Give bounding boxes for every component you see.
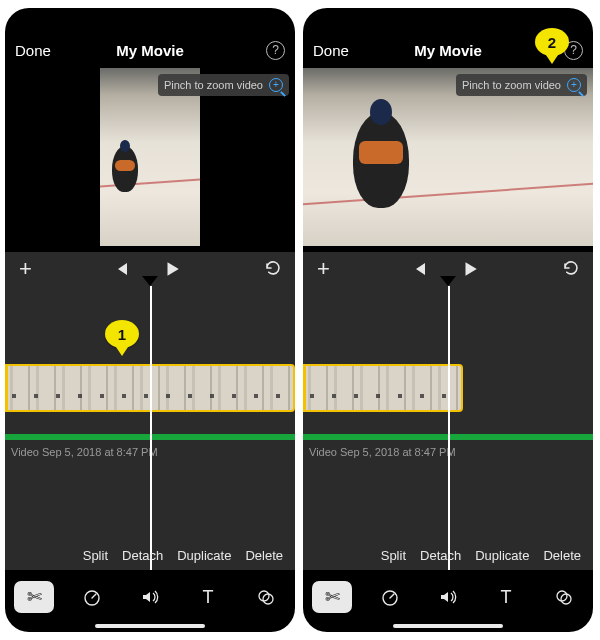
skip-to-start-button[interactable] <box>113 261 129 277</box>
split-button[interactable]: Split <box>83 548 108 563</box>
delete-button[interactable]: Delete <box>543 548 581 563</box>
phone-screenshot-right: Done My Movie ? Pinch to zoom video + <box>303 8 593 632</box>
titles-tool[interactable]: T <box>188 581 228 613</box>
pinch-hint-label: Pinch to zoom video <box>462 79 561 91</box>
done-button[interactable]: Done <box>313 42 349 59</box>
detach-button[interactable]: Detach <box>122 548 163 563</box>
filters-icon <box>554 587 574 607</box>
filters-icon <box>256 587 276 607</box>
skater-figure <box>112 146 138 192</box>
clip-metadata-label: Video Sep 5, 2018 at 8:47 PM <box>11 446 158 458</box>
magnifier-plus-icon <box>269 78 283 92</box>
undo-button[interactable] <box>561 260 579 278</box>
detach-button[interactable]: Detach <box>420 548 461 563</box>
home-indicator <box>393 624 503 628</box>
play-button[interactable] <box>461 260 479 278</box>
playhead[interactable] <box>448 286 450 570</box>
clip-metadata-label: Video Sep 5, 2018 at 8:47 PM <box>309 446 456 458</box>
clip-handle-left[interactable] <box>5 364 8 412</box>
speaker-icon <box>140 587 160 607</box>
pinch-zoom-hint[interactable]: Pinch to zoom video <box>158 74 289 96</box>
home-indicator <box>95 624 205 628</box>
play-button[interactable] <box>163 260 181 278</box>
clip-actions-row: Split Detach Duplicate Delete <box>303 540 593 570</box>
speaker-icon <box>438 587 458 607</box>
pinch-zoom-hint[interactable]: Pinch to zoom video <box>456 74 587 96</box>
annotation-callout-1: 1 <box>105 320 139 348</box>
magnifier-plus-icon <box>567 78 581 92</box>
volume-tool[interactable] <box>428 581 468 613</box>
undo-button[interactable] <box>263 260 281 278</box>
done-button[interactable]: Done <box>15 42 51 59</box>
duplicate-button[interactable]: Duplicate <box>177 548 231 563</box>
help-icon[interactable]: ? <box>266 41 285 60</box>
add-media-button[interactable]: + <box>317 256 330 282</box>
header-bar: Done My Movie ? <box>5 36 295 64</box>
scissors-tool[interactable]: ✄ <box>14 581 54 613</box>
playhead-notch-icon <box>142 276 158 286</box>
clip-handle-left[interactable] <box>303 364 306 412</box>
skip-to-start-button[interactable] <box>411 261 427 277</box>
bottom-toolbar: ✄ T <box>5 576 295 618</box>
pinch-hint-label: Pinch to zoom video <box>164 79 263 91</box>
speedometer-icon <box>380 587 400 607</box>
add-media-button[interactable]: + <box>19 256 32 282</box>
playhead[interactable] <box>150 286 152 570</box>
scissors-tool[interactable]: ✄ <box>312 581 352 613</box>
volume-tool[interactable] <box>130 581 170 613</box>
video-clip[interactable] <box>303 364 463 412</box>
bottom-toolbar: ✄ T <box>303 576 593 618</box>
split-button[interactable]: Split <box>381 548 406 563</box>
speed-tool[interactable] <box>72 581 112 613</box>
filters-tool[interactable] <box>246 581 286 613</box>
clip-actions-row: Split Detach Duplicate Delete <box>5 540 295 570</box>
duplicate-button[interactable]: Duplicate <box>475 548 529 563</box>
phone-screenshot-left: Done My Movie ? Pinch to zoom video + <box>5 8 295 632</box>
speed-tool[interactable] <box>370 581 410 613</box>
skater-figure <box>353 112 409 208</box>
annotation-callout-2: 2 <box>535 28 569 56</box>
speedometer-icon <box>82 587 102 607</box>
rink-line <box>303 178 593 208</box>
timeline[interactable]: Video Sep 5, 2018 at 8:47 PM Split Detac… <box>303 286 593 570</box>
playhead-notch-icon <box>440 276 456 286</box>
titles-tool[interactable]: T <box>486 581 526 613</box>
delete-button[interactable]: Delete <box>245 548 283 563</box>
filters-tool[interactable] <box>544 581 584 613</box>
timeline[interactable]: Video Sep 5, 2018 at 8:47 PM Split Detac… <box>5 286 295 570</box>
